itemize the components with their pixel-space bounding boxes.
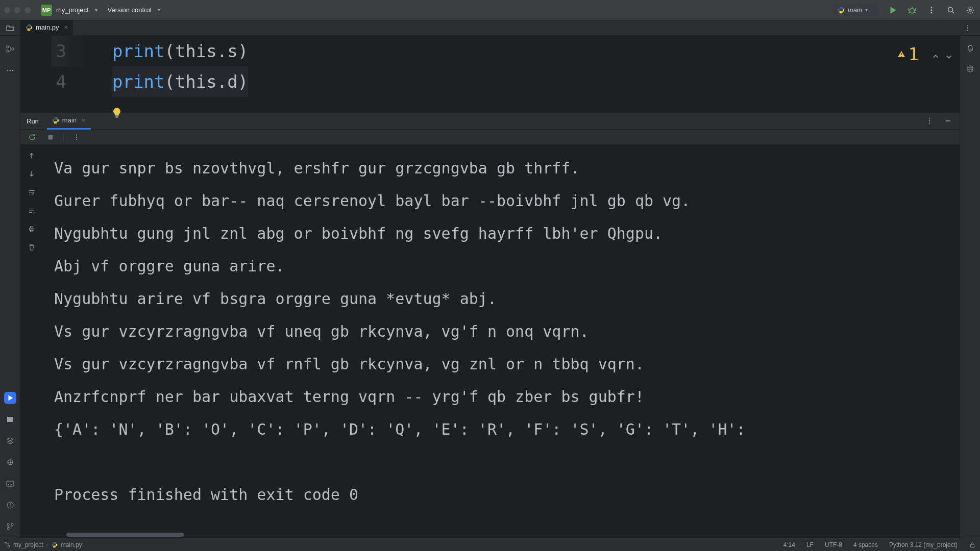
more-actions-button[interactable]	[926, 5, 937, 16]
editor-prev-highlight[interactable]	[932, 39, 939, 69]
svg-point-1	[931, 7, 933, 8]
editor[interactable]: 3 4 print(this.s) print(this.d) 1	[20, 36, 960, 112]
breadcrumb-item[interactable]: my_project	[13, 541, 43, 548]
console-line: Process finished with exit code 0	[54, 479, 948, 511]
rerun-button[interactable]	[27, 132, 38, 143]
version-control-menu[interactable]: Version control	[108, 6, 152, 14]
window-minimize-dot[interactable]	[14, 7, 20, 13]
console-horizontal-scrollbar[interactable]	[20, 532, 960, 538]
run-actions-more[interactable]	[71, 132, 82, 143]
play-icon	[888, 6, 897, 15]
chevron-right-icon: ›	[46, 541, 48, 548]
settings-button[interactable]	[965, 5, 976, 16]
vcs-tool[interactable]	[4, 520, 16, 533]
stop-button[interactable]	[45, 132, 56, 143]
breadcrumb-item[interactable]: main.py	[61, 541, 82, 548]
close-tab-button[interactable]: ×	[64, 23, 68, 31]
chevron-up-icon	[932, 53, 939, 60]
svg-point-6	[967, 25, 968, 26]
console-output[interactable]: Va gur snpr bs nzovthvgl, ershfr gur grz…	[43, 145, 960, 532]
svg-point-14	[12, 70, 13, 71]
search-button[interactable]	[945, 5, 957, 16]
structure-tool[interactable]	[4, 43, 16, 55]
more-tools[interactable]	[4, 64, 16, 77]
project-name[interactable]: my_project	[56, 6, 89, 14]
structure-icon	[6, 45, 14, 53]
python-interpreter[interactable]: Python 3.12 (my_project)	[889, 541, 958, 548]
svg-rect-16	[7, 481, 14, 486]
services-tool[interactable]	[4, 435, 16, 447]
file-encoding[interactable]: UTF-8	[825, 541, 842, 548]
hide-run-tool[interactable]	[942, 115, 953, 127]
chevron-down-icon[interactable]: ▾	[158, 7, 160, 13]
notifications-tool[interactable]	[965, 43, 976, 54]
stop-icon	[47, 134, 54, 141]
window-close-dot[interactable]	[4, 7, 10, 13]
bug-icon	[908, 6, 917, 15]
problems-tool[interactable]	[4, 499, 16, 511]
run-title: Run	[27, 117, 39, 125]
down-stack-button[interactable]	[26, 168, 37, 180]
left-toolwindow-strip	[0, 36, 20, 538]
svg-point-23	[929, 120, 930, 121]
kebab-icon	[73, 134, 80, 141]
line-separator[interactable]: LF	[806, 541, 814, 548]
soft-wrap-button[interactable]	[26, 187, 37, 198]
kebab-icon	[927, 6, 936, 14]
kebab-icon	[926, 117, 933, 124]
python-icon	[26, 24, 33, 31]
navbar-breadcrumbs[interactable]: my_project › main.py	[4, 541, 82, 548]
console-line: Va gur snpr bs nzovthvgl, ershfr gur grz…	[54, 152, 948, 185]
lock-icon[interactable]	[969, 541, 976, 548]
debug-button[interactable]	[906, 5, 918, 16]
scroll-to-end-button[interactable]	[26, 205, 37, 216]
console-line: {'A': 'N', 'B': 'O', 'C': 'P', 'D': 'Q',…	[54, 413, 948, 446]
separator	[63, 133, 64, 142]
clear-all-button[interactable]	[26, 242, 37, 253]
editor-next-highlight[interactable]	[945, 39, 952, 69]
chevron-down-icon[interactable]: ▾	[95, 7, 97, 13]
project-tool-toggle[interactable]	[0, 20, 20, 36]
warning-icon	[897, 50, 905, 58]
rerun-icon	[28, 133, 36, 141]
terminal-icon	[6, 480, 14, 488]
editor-tab-main-py[interactable]: main.py ×	[20, 20, 73, 36]
svg-point-24	[929, 122, 930, 123]
console-line: Nygubhtu arire vf bsgra orggre guna *evt…	[54, 283, 948, 315]
scrollbar-thumb[interactable]	[66, 533, 184, 537]
run-tab-main[interactable]: main ×	[47, 112, 91, 130]
svg-rect-35	[971, 544, 974, 547]
bell-icon	[966, 44, 974, 53]
python-packages-tool[interactable]	[4, 456, 16, 468]
console-line: Anzrfcnprf ner bar ubaxvat terng vqrn --…	[54, 381, 948, 413]
svg-point-27	[76, 136, 77, 137]
chevron-down-icon	[945, 53, 952, 60]
svg-rect-33	[5, 542, 7, 544]
svg-point-8	[967, 30, 968, 31]
close-run-tab[interactable]: ×	[82, 116, 86, 124]
python-console-tool[interactable]	[4, 413, 16, 425]
database-tool[interactable]	[965, 63, 976, 74]
svg-point-32	[968, 66, 973, 68]
print-icon	[28, 226, 35, 233]
svg-rect-10	[7, 50, 9, 52]
run-button[interactable]	[887, 5, 898, 16]
problems-badge[interactable]: 1	[897, 39, 919, 69]
window-zoom-dot[interactable]	[24, 7, 31, 13]
run-tool[interactable]	[4, 392, 16, 404]
terminal-tool[interactable]	[4, 478, 16, 490]
svg-rect-9	[7, 46, 9, 48]
svg-point-18	[7, 523, 9, 525]
editor-more-button[interactable]	[962, 22, 973, 34]
run-more-button[interactable]	[924, 115, 935, 127]
run-configuration-selector[interactable]: main ▾	[832, 4, 879, 16]
indent-settings[interactable]: 4 spaces	[853, 541, 878, 548]
print-button[interactable]	[26, 223, 37, 235]
titlebar: MP my_project ▾ Version control ▾ main ▾	[0, 0, 980, 20]
up-stack-button[interactable]	[26, 150, 37, 161]
intention-bulb[interactable]	[111, 97, 125, 110]
caret-position[interactable]: 4:14	[783, 541, 795, 548]
svg-point-19	[7, 528, 9, 530]
console-side-toolbar	[20, 145, 43, 532]
scroll-end-icon	[28, 207, 35, 214]
